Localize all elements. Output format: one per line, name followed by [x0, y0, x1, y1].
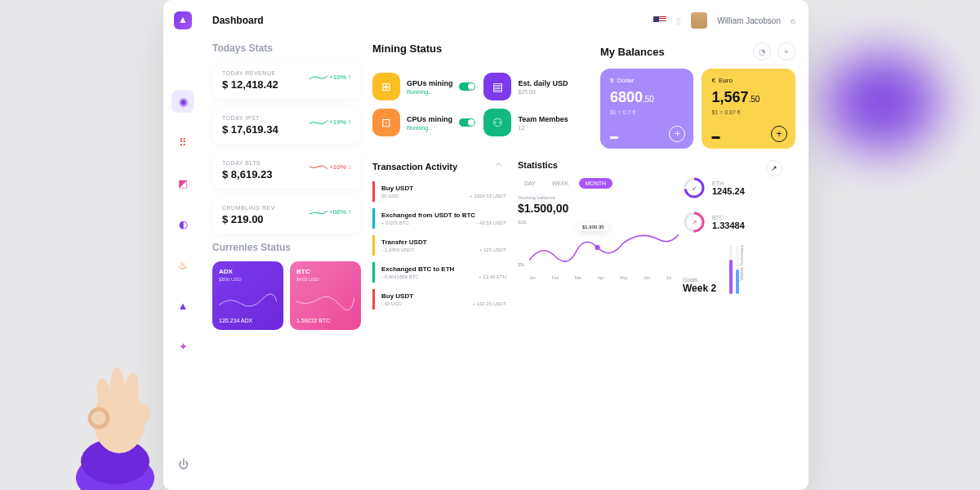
currency-btc[interactable]: BTC $403 USD 1.59232 BTC: [290, 261, 361, 330]
nav-wallet-icon[interactable]: ◩: [172, 172, 194, 194]
cpu-toggle[interactable]: [459, 118, 475, 127]
svg-text:↙: ↙: [692, 185, 697, 192]
nav-settings-icon[interactable]: ✦: [172, 335, 194, 358]
transaction-item[interactable]: Buy USDT50 USD+ 1024.53 USDT: [372, 181, 506, 202]
euro-icon: €: [711, 77, 715, 84]
goal-bar-1: [729, 245, 733, 294]
dollar-icon: $: [610, 77, 613, 84]
tab-month[interactable]: MONTH: [579, 178, 613, 189]
mining-title: Mining Status: [372, 42, 587, 55]
nav-user-icon[interactable]: ◐: [172, 212, 194, 235]
tab-day[interactable]: DAY: [518, 178, 542, 189]
header: Dashboard ▯ William Jacobson ⎋: [212, 10, 795, 31]
page-title: Dashboard: [212, 15, 264, 26]
user-name: William Jacobson: [717, 16, 781, 25]
cpu-icon: ⊡: [372, 109, 400, 136]
statistics-title: Statistics: [518, 160, 671, 170]
mining-cpu: ⊡ CPUs miningRunning...: [372, 109, 475, 136]
transactions-title: Transaction Activity: [372, 162, 457, 172]
gpu-icon: ⊞: [372, 73, 400, 100]
dollar-add-button[interactable]: +: [669, 126, 685, 142]
currency-adx[interactable]: ADX $800 USD 120.234 ADX: [212, 261, 283, 330]
nav-apps-icon[interactable]: ⠿: [172, 131, 194, 154]
app-window: ◉ ⠿ ◩ ◐ ♨ ▲ ✦ ⏻ Dashboard ▯ William Jaco…: [163, 0, 808, 490]
balance-chart-icon[interactable]: ◔: [753, 42, 771, 60]
balance-euro[interactable]: €Euro 1,567.50 $1 = 0.87 € ▬ +: [702, 69, 795, 149]
transaction-item[interactable]: Exchanged from USDT to BTC+ 0.075 BTC- 4…: [372, 208, 506, 229]
svg-point-0: [595, 245, 599, 250]
summary-eth: ↙ ETH1245.24: [683, 176, 795, 199]
flag-icon[interactable]: [653, 16, 666, 25]
gpu-toggle[interactable]: [459, 82, 475, 91]
mining-gpu: ⊞ GPUs miningRunning...: [372, 73, 475, 100]
nav-dashboard-icon[interactable]: ◉: [172, 90, 194, 113]
expand-icon[interactable]: ↗: [766, 160, 782, 176]
transaction-item[interactable]: Exchanged BTC to ETH- 0.0041896 BTC+ 23.…: [372, 262, 506, 283]
stats-chart: $15k $5k $1,900.35: [518, 220, 671, 275]
chart-tooltip: $1,900.35: [578, 223, 608, 231]
card-icon: ▬: [610, 131, 618, 140]
stat-revenue[interactable]: TODAY REVENUE $ 12,418.42 +10% ↑: [212, 62, 361, 99]
nav-fire-icon[interactable]: ♨: [172, 253, 194, 276]
stat-crumbling[interactable]: CRUMBLING REV $ 219.00 +08% ↑: [212, 197, 361, 234]
tab-week[interactable]: WEEK: [546, 178, 576, 189]
euro-add-button[interactable]: +: [771, 126, 787, 142]
transaction-item[interactable]: Transfer USDT- 1.2459 USDT+ 125 USDT: [372, 235, 506, 256]
balances-title: My Balances: [600, 46, 665, 58]
mining-daily: ▤ Est. daily USD$25.03: [483, 73, 586, 100]
balance-dollar[interactable]: $Dollar 6800.50 $1 = 0.7 € ▬ +: [600, 69, 694, 149]
mining-team: ⚇ Team Membes12: [483, 109, 586, 136]
transaction-item[interactable]: Buy USDT- 50 USD+ 132.25 USDT: [372, 289, 506, 310]
card-icon: ▬: [711, 131, 719, 140]
decorative-hand: [70, 359, 176, 490]
team-icon: ⚇: [483, 109, 511, 136]
balance-add-icon[interactable]: +: [777, 42, 795, 60]
stat-blts[interactable]: TODAY BLTS $ 8,619.23 +10% ↓: [212, 152, 361, 189]
transactions-more-icon[interactable]: ⌃: [493, 160, 506, 173]
currencies-title: Currenies Status: [212, 242, 361, 253]
avatar[interactable]: [691, 12, 707, 29]
logout-icon[interactable]: ⎋: [791, 16, 795, 25]
app-logo[interactable]: [174, 11, 192, 29]
summary-btc: ↗ BTC1.33484: [683, 211, 795, 234]
nav-bell-icon[interactable]: ▲: [172, 294, 194, 317]
decorative-blob: [825, 53, 939, 151]
notification-icon[interactable]: ▯: [676, 16, 681, 25]
daily-icon: ▤: [483, 73, 511, 100]
svg-text:↗: ↗: [692, 219, 697, 226]
todays-stats-title: Todays Stats: [212, 42, 361, 54]
stat-ipst[interactable]: TODAY IPST $ 17,619.34 +19% ↑: [212, 107, 361, 144]
